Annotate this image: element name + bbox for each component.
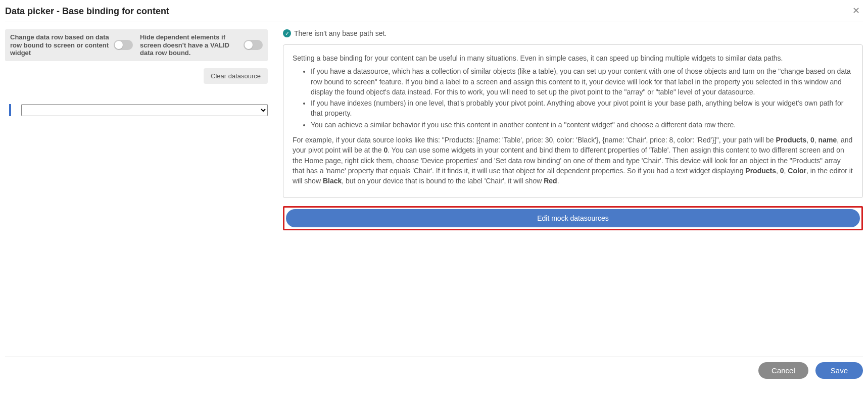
path-level-indicator xyxy=(9,104,11,116)
info-bullet-1: If you have a datasource, which has a co… xyxy=(311,66,853,97)
close-icon[interactable]: ✕ xyxy=(849,6,863,15)
cancel-button[interactable]: Cancel xyxy=(758,362,808,379)
edit-mock-datasources-button[interactable]: Edit mock datasources xyxy=(286,209,860,227)
info-intro: Setting a base binding for your content … xyxy=(293,53,853,63)
status-line: ✓ There isn't any base path set. xyxy=(283,29,863,37)
datasource-select[interactable] xyxy=(21,104,268,116)
dialog-footer: Cancel Save xyxy=(5,357,863,379)
options-panel: Change data row based on data row bound … xyxy=(5,29,268,61)
dialog-header: Data picker - Base binding for content ✕ xyxy=(5,4,863,22)
clear-datasource-button[interactable]: Clear datasource xyxy=(204,68,268,84)
toggle-change-row[interactable] xyxy=(114,40,133,50)
dialog-title: Data picker - Base binding for content xyxy=(5,6,169,17)
info-example: For example, if your data source looks l… xyxy=(293,135,853,186)
info-bullet-2: If you have indexes (numbers) in one lev… xyxy=(311,98,853,119)
toggle-hide-dependent-label: Hide dependent elements if screen doesn'… xyxy=(140,33,239,57)
check-circle-icon: ✓ xyxy=(283,29,291,37)
save-button[interactable]: Save xyxy=(815,362,863,379)
toggle-hide-dependent[interactable] xyxy=(244,40,263,50)
status-text: There isn't any base path set. xyxy=(294,29,387,37)
highlighted-button-frame: Edit mock datasources xyxy=(283,206,863,230)
info-box: Setting a base binding for your content … xyxy=(283,44,863,198)
toggle-change-row-label: Change data row based on data row bound … xyxy=(10,33,110,57)
info-bullet-3: You can achieve a similar behavior if yo… xyxy=(311,120,853,130)
